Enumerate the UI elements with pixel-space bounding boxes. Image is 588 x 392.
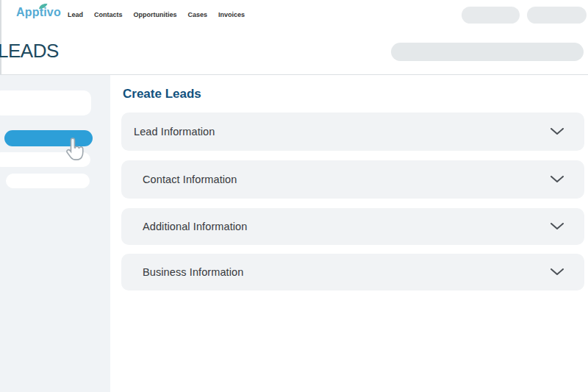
chevron-down-icon[interactable]: [551, 128, 564, 135]
left-sidebar: [0, 75, 110, 392]
nav-item-invoices[interactable]: Invoices: [218, 11, 245, 18]
apptivo-app-window: Apptivo Lead Contacts Opportunities Case…: [0, 0, 588, 392]
chevron-down-icon[interactable]: [551, 223, 564, 230]
leaf-icon: [38, 3, 49, 10]
page-title: Create Leads: [123, 87, 201, 101]
section-label: Contact Information: [121, 174, 237, 185]
nav-item-cases[interactable]: Cases: [188, 11, 208, 18]
section-label: Lead Information: [121, 126, 215, 138]
chevron-down-icon[interactable]: [551, 176, 564, 183]
section-business-information[interactable]: Business Information: [121, 254, 584, 291]
nav-item-contacts[interactable]: Contacts: [94, 11, 123, 18]
section-label: Additional Information: [121, 221, 247, 232]
left-edge-shade: [0, 0, 1, 74]
section-contact-information[interactable]: Contact Information: [121, 160, 584, 199]
sidebar-item-placeholder-1[interactable]: [0, 90, 91, 115]
apptivo-logo[interactable]: Apptivo: [16, 6, 61, 24]
create-leads-panel: Create Leads Lead Information Contact In…: [110, 75, 588, 392]
search-bar-placeholder[interactable]: [391, 43, 584, 61]
nav-item-opportunities[interactable]: Opportunities: [134, 11, 177, 18]
hand-pointer-cursor: [60, 137, 87, 165]
section-additional-information[interactable]: Additional Information: [121, 208, 584, 245]
topbar-placeholder-button-2[interactable]: [527, 7, 587, 24]
app-title: LEADS: [0, 40, 59, 63]
chevron-down-icon[interactable]: [551, 268, 564, 276]
section-label: Business Information: [121, 266, 243, 278]
topbar-placeholder-button-1[interactable]: [462, 7, 520, 24]
nav-item-lead[interactable]: Lead: [68, 11, 83, 18]
main-nav: Lead Contacts Opportunities Cases Invoic…: [68, 0, 245, 29]
section-lead-information[interactable]: Lead Information: [121, 113, 584, 151]
sidebar-item-placeholder-3[interactable]: [6, 174, 90, 188]
